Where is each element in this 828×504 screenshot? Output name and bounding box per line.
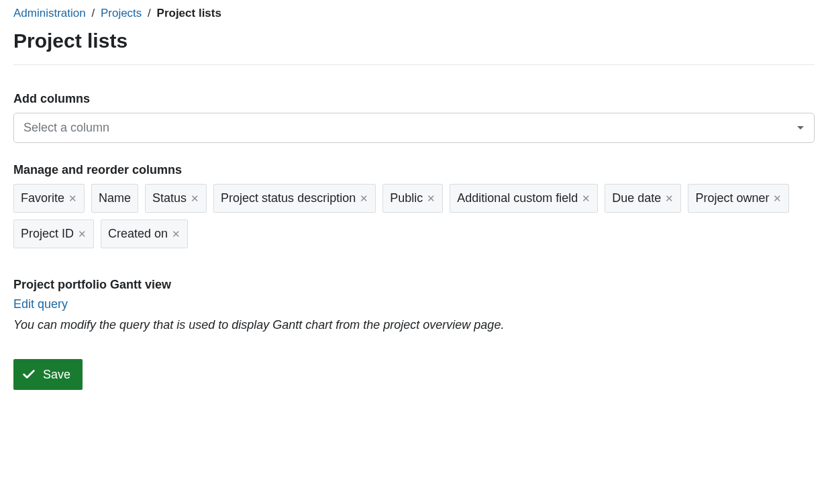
- caret-down-icon: [796, 125, 805, 131]
- add-columns-placeholder: Select a column: [23, 121, 109, 134]
- column-chip[interactable]: Project status description✕: [213, 184, 376, 213]
- column-chip-label: Project status description: [221, 191, 356, 205]
- column-chip-label: Additional custom field: [457, 191, 578, 205]
- breadcrumb-current: Project lists: [157, 7, 221, 19]
- column-chip[interactable]: Project owner✕: [688, 184, 789, 213]
- close-icon[interactable]: ✕: [665, 193, 674, 203]
- column-chip-label: Status: [152, 191, 187, 205]
- close-icon[interactable]: ✕: [68, 193, 77, 203]
- breadcrumb-separator: /: [148, 7, 151, 19]
- save-button-label: Save: [43, 368, 70, 382]
- column-chip-label: Project ID: [21, 227, 74, 241]
- column-chip[interactable]: Additional custom field✕: [450, 184, 598, 213]
- column-chip[interactable]: Public✕: [382, 184, 443, 213]
- breadcrumb: Administration / Projects / Project list…: [13, 7, 815, 20]
- close-icon[interactable]: ✕: [191, 193, 199, 203]
- close-icon[interactable]: ✕: [427, 193, 435, 203]
- breadcrumb-projects-link[interactable]: Projects: [101, 7, 142, 19]
- column-chip-label: Project owner: [695, 191, 769, 205]
- divider: [13, 64, 815, 65]
- close-icon[interactable]: ✕: [360, 193, 368, 203]
- add-columns-label: Add columns: [13, 92, 815, 106]
- close-icon[interactable]: ✕: [582, 193, 590, 203]
- column-chip-label: Favorite: [21, 191, 64, 205]
- column-chip-label: Created on: [108, 227, 168, 241]
- manage-columns-label: Manage and reorder columns: [13, 163, 815, 177]
- column-chip[interactable]: Name: [91, 184, 138, 213]
- column-chip[interactable]: Created on✕: [101, 219, 188, 248]
- column-chip[interactable]: Project ID✕: [13, 219, 94, 248]
- edit-query-link[interactable]: Edit query: [13, 297, 68, 311]
- column-chip[interactable]: Due date✕: [605, 184, 681, 213]
- column-chip-label: Due date: [612, 191, 661, 205]
- gantt-section-label: Project portfolio Gantt view: [13, 278, 815, 292]
- breadcrumb-separator: /: [91, 7, 95, 19]
- page-title: Project lists: [13, 30, 815, 52]
- breadcrumb-administration-link[interactable]: Administration: [13, 7, 86, 19]
- add-columns-select[interactable]: Select a column: [13, 113, 815, 143]
- column-chip[interactable]: Favorite✕: [13, 184, 85, 213]
- gantt-description: You can modify the query that is used to…: [13, 318, 815, 332]
- close-icon[interactable]: ✕: [78, 229, 87, 239]
- close-icon[interactable]: ✕: [773, 193, 782, 203]
- column-chip-label: Name: [99, 191, 131, 205]
- close-icon[interactable]: ✕: [172, 229, 180, 239]
- column-chip[interactable]: Status✕: [145, 184, 207, 213]
- check-icon: [21, 367, 36, 382]
- column-chip-label: Public: [390, 191, 423, 205]
- column-chip-row: Favorite✕NameStatus✕Project status descr…: [13, 184, 815, 248]
- save-button[interactable]: Save: [13, 359, 83, 390]
